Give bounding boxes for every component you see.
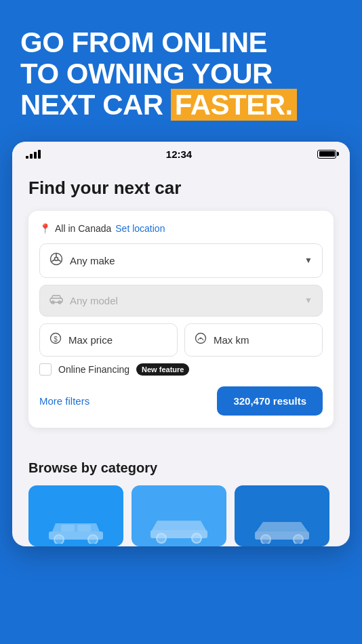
- online-financing-row: Online Financing New feature: [39, 363, 323, 376]
- max-km-dropdown[interactable]: Max km: [184, 323, 323, 357]
- svg-point-13: [54, 535, 64, 544]
- make-label: Any make: [70, 255, 298, 266]
- phone-mockup: 12:34 Find your next car 📍 All in Canada…: [12, 142, 350, 546]
- new-feature-badge: New feature: [136, 363, 189, 376]
- svg-point-21: [261, 535, 270, 544]
- model-label: Any model: [70, 295, 298, 306]
- signal-bar-4: [38, 150, 41, 159]
- signal-bar-2: [30, 154, 33, 159]
- hero-section: GO FROM ONLINE TO OWNING YOUR NEXT CAR F…: [0, 0, 362, 142]
- svg-point-14: [88, 535, 98, 544]
- svg-point-1: [55, 257, 58, 260]
- hero-title: GO FROM ONLINE TO OWNING YOUR NEXT CAR F…: [20, 27, 342, 121]
- hero-line3-highlight: FASTER.: [171, 89, 297, 121]
- online-financing-label: Online Financing: [58, 364, 129, 375]
- make-chevron-icon: ▼: [304, 256, 313, 265]
- status-time: 12:34: [166, 148, 192, 160]
- signal-bar-3: [34, 152, 37, 159]
- price-km-row: $ Max price Max km: [39, 323, 323, 357]
- battery-fill: [319, 151, 335, 157]
- model-dropdown-row: Any model ▼: [39, 285, 323, 317]
- category-card-3[interactable]: [235, 485, 329, 546]
- svg-line-3: [52, 260, 55, 262]
- svg-rect-15: [61, 525, 75, 531]
- signal-indicator: [26, 150, 41, 159]
- max-price-dropdown[interactable]: $ Max price: [39, 323, 178, 357]
- svg-rect-16: [77, 525, 91, 531]
- svg-line-4: [58, 260, 60, 262]
- dollar-icon: $: [49, 332, 62, 348]
- hero-line3-normal: NEXT CAR: [20, 89, 171, 121]
- svg-point-22: [294, 535, 303, 544]
- card-inner-3: [235, 485, 329, 546]
- more-filters-button[interactable]: More filters: [39, 395, 89, 407]
- browse-title: Browse by category: [28, 460, 334, 476]
- max-price-label: Max price: [68, 334, 167, 346]
- make-dropdown[interactable]: Any make ▼: [39, 243, 323, 278]
- location-row: 📍 All in Canada Set location: [39, 223, 323, 234]
- model-dropdown[interactable]: Any model ▼: [39, 285, 323, 317]
- content-area: Find your next car 📍 All in Canada Set l…: [12, 164, 350, 444]
- search-card: 📍 All in Canada Set location: [28, 211, 334, 428]
- category-card-2[interactable]: [132, 485, 226, 546]
- make-dropdown-row: Any make ▼: [39, 243, 323, 278]
- online-financing-checkbox[interactable]: [39, 363, 52, 376]
- set-location-button[interactable]: Set location: [115, 223, 165, 234]
- car-icon: [49, 294, 63, 308]
- hero-line2: TO OWNING YOUR: [20, 58, 342, 89]
- browse-section: Browse by category: [12, 444, 350, 546]
- category-card-1[interactable]: [28, 485, 123, 546]
- hero-line1: GO FROM ONLINE: [20, 27, 342, 58]
- svg-point-11: [200, 337, 201, 338]
- status-bar: 12:34: [12, 142, 350, 164]
- category-cards: [28, 485, 334, 546]
- steering-wheel-icon: [49, 252, 63, 269]
- svg-point-18: [157, 534, 166, 543]
- svg-point-19: [192, 534, 201, 543]
- max-km-label: Max km: [214, 334, 313, 346]
- card-inner-1: [28, 485, 123, 546]
- model-chevron-icon: ▼: [304, 296, 313, 305]
- page-title: Find your next car: [28, 178, 334, 199]
- signal-bar-1: [26, 156, 28, 159]
- location-pin-icon: 📍: [39, 223, 51, 234]
- results-button[interactable]: 320,470 results: [217, 386, 323, 416]
- location-text: All in Canada: [55, 223, 111, 234]
- speedometer-icon: [195, 332, 207, 348]
- svg-text:$: $: [54, 335, 58, 342]
- battery-icon: [317, 150, 336, 159]
- action-row: More filters 320,470 results: [39, 386, 323, 416]
- card-inner-2: [132, 485, 226, 546]
- hero-line3: NEXT CAR FASTER.: [20, 89, 342, 121]
